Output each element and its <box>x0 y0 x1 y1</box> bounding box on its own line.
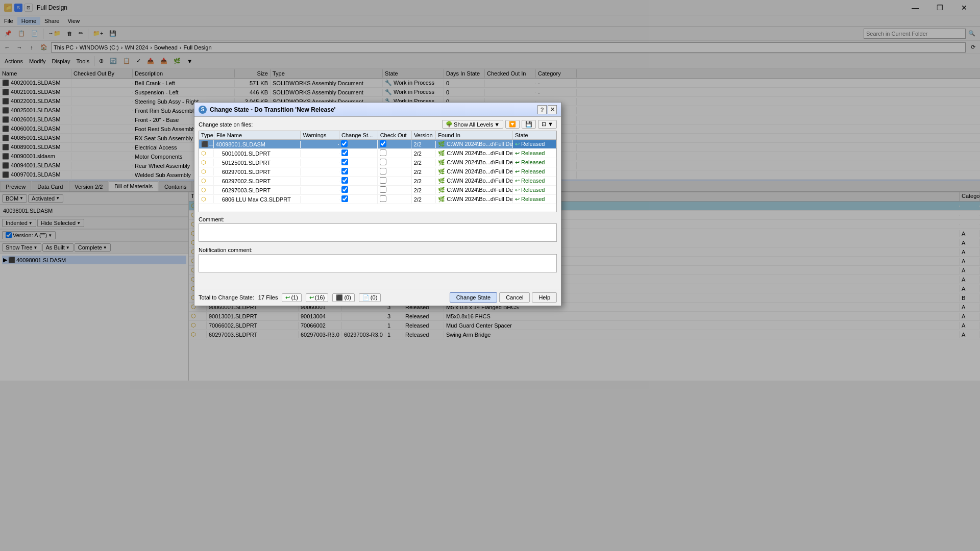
activated-dropdown[interactable]: Activated ▼ <box>28 194 63 203</box>
dialog-table-row[interactable]: ⬛— 40098001.SLDASM 2/2 🌿 C:\WN 2024\Bo..… <box>199 140 556 149</box>
tab-datacard[interactable]: Data Card <box>32 181 68 191</box>
notification-input[interactable] <box>199 254 557 272</box>
col-category[interactable]: Category <box>536 69 577 78</box>
dialog-table-row[interactable]: ⬡ 60297001.SLDPRT 2/2 🌿 C:\WN 2024\Bo...… <box>199 167 556 177</box>
bom-row[interactable]: ⬡60297003.SLDPRT60297003-R3.060297003-R3… <box>189 330 980 339</box>
col-days[interactable]: Days In State <box>444 69 485 78</box>
bom-dropdown[interactable]: BOM ▼ <box>2 194 27 203</box>
cancel-button[interactable]: Cancel <box>499 292 530 303</box>
breadcrumb-bowhead[interactable]: Bowhead <box>154 44 178 51</box>
action-icon2[interactable]: 🔄 <box>107 56 119 67</box>
col-size[interactable]: Size <box>235 69 271 78</box>
dlg-col-state[interactable]: State <box>513 131 556 139</box>
dialog-save-button[interactable]: 💾 <box>522 120 536 129</box>
home-button[interactable]: 🏠 <box>39 42 49 53</box>
refresh-button[interactable]: ⟳ <box>968 42 978 53</box>
toolbar-rename-button[interactable]: ✏ <box>76 28 86 39</box>
toolbar-pin-button[interactable]: 📌 <box>2 28 14 39</box>
search-button[interactable]: 🔍 <box>966 28 978 39</box>
version-checkbox[interactable] <box>6 232 12 238</box>
tab-contains[interactable]: Contains <box>159 181 192 191</box>
dialog-options-button[interactable]: ⊡ ▼ <box>538 120 557 129</box>
dialog-close-button[interactable]: ✕ <box>548 105 557 114</box>
dialog-table-row[interactable]: ⬡ 50010001.SLDPRT 2/2 🌿 C:\WN 2024\Bo...… <box>199 149 556 158</box>
menu-share[interactable]: Share <box>40 17 63 25</box>
toolbar-easysave-button[interactable]: 💾 <box>107 28 119 39</box>
action-icon6[interactable]: 📥 <box>158 56 170 67</box>
col-state[interactable]: State <box>383 69 444 78</box>
checkout-check[interactable] <box>380 140 386 147</box>
change-state-check[interactable] <box>341 140 348 147</box>
checkout-check[interactable] <box>380 186 386 193</box>
dlg-col-warn[interactable]: Warnings <box>301 131 339 139</box>
toolbar-copy-button[interactable]: 📋 <box>15 28 28 39</box>
tab-version[interactable]: Version 2/2 <box>69 181 108 191</box>
show-all-levels-button[interactable]: 🌳 Show All Levels ▼ <box>442 120 503 129</box>
version-dropdown[interactable]: Version: A ("") ▼ <box>2 231 56 239</box>
col-desc[interactable]: Description <box>133 69 235 78</box>
dlg-col-ver[interactable]: Version <box>412 131 436 139</box>
tree-item-root[interactable]: ▶ ⬛ 40098001.SLDASM <box>2 256 186 264</box>
display-button[interactable]: Display <box>49 56 72 67</box>
show-tree-dropdown[interactable]: Show Tree ▼ <box>2 243 41 252</box>
tab-preview[interactable]: Preview <box>0 181 31 191</box>
bom-row[interactable]: ⬡90013001.SLDPRT900130043ReleasedM5x0.8x… <box>189 312 980 321</box>
action-icon3[interactable]: 📋 <box>120 56 133 67</box>
checkout-check[interactable] <box>380 149 386 156</box>
breadcrumb-this-pc[interactable]: This PC <box>54 44 74 51</box>
forward-button[interactable]: → <box>14 42 24 53</box>
modify-button[interactable]: Modify <box>27 56 48 67</box>
toolbar-paste-button[interactable]: 📄 <box>29 28 41 39</box>
back-button[interactable]: ← <box>2 42 12 53</box>
checkout-check[interactable] <box>380 177 386 184</box>
menu-view[interactable]: View <box>63 17 84 25</box>
close-button[interactable]: ✕ <box>952 0 976 15</box>
actions-button[interactable]: Actions <box>2 56 26 67</box>
change-state-check[interactable] <box>341 149 348 156</box>
up-button[interactable]: ↑ <box>27 42 37 53</box>
col-type[interactable]: Type <box>271 69 383 78</box>
breadcrumb-drive[interactable]: WINDOWS (C:) <box>80 44 119 51</box>
hide-selected-dropdown[interactable]: Hide Selected ▼ <box>37 219 84 227</box>
rcol-cat[interactable]: Category <box>960 192 980 201</box>
maximize-button[interactable]: ❐ <box>928 0 951 15</box>
dialog-table-row[interactable]: ⬡ 50125001.SLDPRT 2/2 🌿 C:\WN 2024\Bo...… <box>199 158 556 167</box>
toolbar-newfolder-button[interactable]: 📁+ <box>90 28 106 39</box>
comment-input[interactable] <box>199 223 557 242</box>
change-state-check[interactable] <box>341 186 348 193</box>
checkout-check[interactable] <box>380 168 386 174</box>
minimize-button[interactable]: — <box>903 0 927 15</box>
change-state-check[interactable] <box>341 159 348 165</box>
dlg-col-chkout[interactable]: Check Out <box>378 131 412 139</box>
as-built-dropdown[interactable]: As Built ▼ <box>42 243 74 252</box>
checkout-check[interactable] <box>380 159 386 165</box>
action-icon8[interactable]: ▼ <box>184 56 195 67</box>
help-button[interactable]: Help <box>532 292 557 303</box>
action-icon1[interactable]: ⊕ <box>96 56 106 67</box>
search-input[interactable] <box>864 29 966 39</box>
change-state-check[interactable] <box>341 177 348 184</box>
tools-button[interactable]: Tools <box>74 56 92 67</box>
breadcrumb-full-design[interactable]: Full Design <box>184 44 212 51</box>
indented-dropdown[interactable]: Indented ▼ <box>2 219 36 227</box>
file-row[interactable]: ⬛ 40020001.SLDASMBell Crank - Left571 KB… <box>0 79 980 88</box>
dialog-filter-button[interactable]: 🔽 <box>505 120 520 129</box>
menu-home[interactable]: Home <box>17 17 40 25</box>
menu-file[interactable]: File <box>0 17 17 25</box>
dialog-table-row[interactable]: ⬡ 6806 LLU Max C3.SLDPRT 2/2 🌿 C:\WN 202… <box>199 195 556 204</box>
dialog-help-icon[interactable]: ? <box>537 105 547 114</box>
breadcrumb-wn2024[interactable]: WN 2024 <box>125 44 148 51</box>
dialog-table-row[interactable]: ⬡ 60297003.SLDPRT 2/2 🌿 C:\WN 2024\Bo...… <box>199 186 556 195</box>
dlg-col-type[interactable]: Type <box>199 131 214 139</box>
dlg-col-name[interactable]: File Name <box>214 131 301 139</box>
col-checkedout[interactable]: Checked Out In <box>485 69 536 78</box>
tab-bom[interactable]: Bill of Materials <box>109 181 158 191</box>
complete-dropdown[interactable]: Complete ▼ <box>75 243 111 252</box>
change-state-check[interactable] <box>341 168 348 174</box>
dlg-col-chst[interactable]: Change St... <box>339 131 378 139</box>
dialog-table-row[interactable]: ⬡ 60297002.SLDPRT 2/2 🌿 C:\WN 2024\Bo...… <box>199 177 556 186</box>
action-icon4[interactable]: ✓ <box>134 56 143 67</box>
checkout-check[interactable] <box>380 195 386 202</box>
col-name[interactable]: Name <box>0 69 71 78</box>
toolbar-delete-button[interactable]: 🗑 <box>64 28 75 39</box>
